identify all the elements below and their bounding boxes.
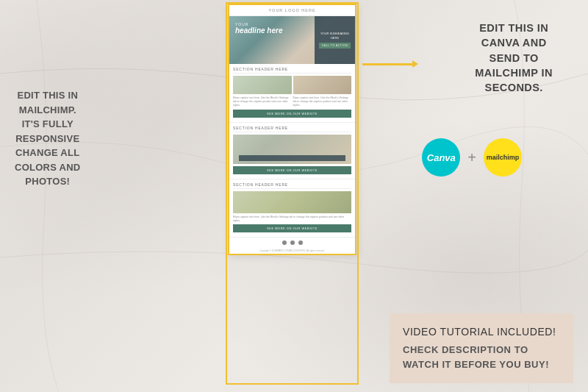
arrow-connector bbox=[362, 63, 414, 65]
section1-img2 bbox=[293, 76, 352, 94]
left-line1: EDIT THIS IN bbox=[15, 88, 81, 103]
left-line6: COLORS AND bbox=[15, 160, 81, 175]
right-line2: CANVA AND bbox=[475, 35, 553, 50]
left-line7: PHOTOS! bbox=[15, 174, 81, 189]
caption1: Etiam caption text here. Like the Block'… bbox=[233, 96, 292, 107]
email-section-2: SECTION HEADER HERE SEE MORE ON OUR WEBS… bbox=[229, 123, 355, 179]
email-content: YOUR LOGO HERE YOUR headline here YOUR S… bbox=[229, 5, 355, 254]
left-line5: CHANGE ALL bbox=[15, 146, 81, 160]
right-line5: SECONDS. bbox=[475, 80, 553, 95]
section1-images bbox=[233, 76, 351, 94]
section3-header: SECTION HEADER HERE bbox=[233, 182, 351, 189]
hero-sub: YOUR SUBHEADING HERE bbox=[318, 32, 352, 40]
caption2: Etiam caption text here. Like the Block'… bbox=[293, 96, 352, 107]
email-mockup: YOUR LOGO HERE YOUR headline here YOUR S… bbox=[228, 4, 356, 255]
copyright-text: Copyright © [COMPANY], [YEAR] [COUNTRY].… bbox=[229, 248, 355, 254]
section2-btn: SEE MORE ON OUR WEBSITE bbox=[233, 166, 351, 174]
canva-label: Canva bbox=[427, 152, 456, 163]
section3-btn: SEE MORE ON OUR WEBSITE bbox=[233, 224, 351, 232]
mailchimp-label: mailchimp bbox=[487, 154, 520, 161]
bottom-body-text: CHECK DESCRIPTION TO WATCH IT BEFORE YOU… bbox=[403, 343, 560, 371]
section3-img bbox=[233, 191, 351, 213]
hero-headline: headline here bbox=[235, 26, 282, 35]
left-line2: MAILCHIMP. bbox=[15, 103, 81, 118]
left-annotation: EDIT THIS IN MAILCHIMP. IT'S FULLY RESPO… bbox=[15, 88, 81, 189]
section2-header: SECTION HEADER HERE bbox=[233, 126, 351, 132]
left-line3: IT'S FULLY bbox=[15, 117, 81, 132]
section1-header: SECTION HEADER HERE bbox=[233, 67, 351, 74]
bottom-box: VIDEO TUTORIAL INCLUDED! CHECK DESCRIPTI… bbox=[390, 313, 573, 383]
mailchimp-logo: mailchimp bbox=[484, 138, 522, 177]
bottom-box-title: VIDEO TUTORIAL INCLUDED! bbox=[403, 325, 560, 338]
logo-text: YOUR LOGO HERE bbox=[268, 8, 315, 13]
social-icon-3 bbox=[298, 240, 303, 245]
social-icon-1 bbox=[282, 240, 287, 245]
logos-row: Canva + mailchimp bbox=[422, 138, 522, 177]
social-bar bbox=[229, 238, 355, 248]
right-line4: MAILCHIMP IN bbox=[475, 65, 553, 80]
bottom-title-text: VIDEO TUTORIAL INCLUDED! bbox=[403, 326, 556, 338]
canva-logo: Canva bbox=[422, 138, 460, 177]
plus-icon: + bbox=[467, 149, 476, 166]
left-line4: RESPONSIVE bbox=[15, 132, 81, 146]
section1-captions: Etiam caption text here. Like the Block'… bbox=[233, 96, 351, 107]
email-logo-bar: YOUR LOGO HERE bbox=[229, 5, 355, 16]
email-section-3: SECTION HEADER HERE Etiam caption text h… bbox=[229, 179, 355, 238]
hero-text: YOUR headline here bbox=[235, 22, 282, 35]
hero-cta: CALL TO ACTION bbox=[319, 43, 351, 49]
section2-img bbox=[233, 135, 351, 164]
email-section-1: SECTION HEADER HERE Etiam caption text h… bbox=[229, 64, 355, 123]
right-line3: SEND TO bbox=[475, 51, 553, 65]
social-icon-2 bbox=[290, 240, 295, 245]
section3-caption: Etiam caption text here. Like the Block'… bbox=[233, 215, 351, 223]
hero-sidebar: YOUR SUBHEADING HERE CALL TO ACTION bbox=[315, 16, 355, 64]
section1-btn: SEE MORE ON OUR WEBSITE bbox=[233, 110, 351, 118]
right-line1: EDIT THIS IN bbox=[475, 21, 553, 35]
right-annotation: EDIT THIS IN CANVA AND SEND TO MAILCHIMP… bbox=[475, 21, 553, 95]
email-hero: YOUR headline here YOUR SUBHEADING HERE … bbox=[229, 16, 355, 64]
section1-img1 bbox=[233, 76, 292, 94]
